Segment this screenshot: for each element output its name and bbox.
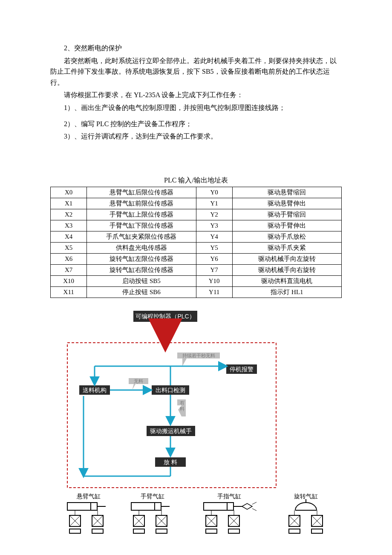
table-row: X11停止按钮 SB6Y11指示灯 HL1: [51, 286, 342, 298]
plc-box-label: 可编程控制器（PLC）: [135, 313, 195, 320]
table-row: X0悬臂气缸后限位传感器Y0驱动悬臂缩回: [51, 187, 342, 198]
timeout-note: 持续若干秒无料: [182, 353, 215, 358]
body-para: 1）、画出生产设备的电气控制原理图，并按照电气控制原理图连接线路；: [50, 102, 342, 113]
svg-rect-60: [206, 529, 217, 533]
table-row: X1悬臂气缸前限位传感器Y1驱动悬臂伸出: [51, 198, 342, 209]
detect-box-label: 出料口检测: [156, 387, 185, 393]
arm-cyl-label: 手臂气缸: [141, 493, 164, 500]
rotate-cyl-label: 旋转气缸: [294, 493, 318, 500]
body-para: 3）、运行并调试程序，达到生产设备的工作要求。: [50, 131, 342, 142]
table-row: X7旋转气缸右限位传感器Y7驱动机械手向右旋转: [51, 264, 342, 275]
table-row: X5供料盘光电传感器Y5驱动手爪夹紧: [51, 242, 342, 253]
arm-cyl-icon: [131, 503, 170, 533]
table-row: X6旋转气缸左限位传感器Y6驱动机械手向左旋转: [51, 253, 342, 264]
feed-box-label: 送料机构: [83, 387, 107, 393]
body-para: 2、突然断电的保护: [50, 43, 342, 54]
table-title: PLC 输入/输出地址表: [50, 176, 342, 185]
body-para: 请你根据工作要求，在 YL-235A 设备上完成下列工作任务：: [50, 90, 342, 101]
svg-rect-45: [133, 529, 144, 533]
table-row: X4手爪气缸夹紧限位传感器Y4驱动手爪放松: [51, 231, 342, 242]
hasmat-note-2: 料: [180, 406, 184, 411]
svg-line-51: [252, 509, 257, 511]
boom-cyl-label: 悬臂气缸: [76, 493, 101, 500]
rotate-cyl-icon: [289, 499, 323, 533]
hasmat-note-1: 有: [180, 400, 184, 405]
place-label: 放 料: [164, 459, 177, 465]
svg-rect-72: [289, 529, 300, 533]
svg-rect-21: [67, 503, 97, 510]
io-address-table: X0悬臂气缸后限位传感器Y0驱动悬臂缩回X1悬臂气缸前限位传感器Y1驱动悬臂伸出…: [50, 187, 342, 298]
boom-cyl-icon: [67, 503, 106, 533]
body-para: 若突然断电，此时系统运行立即全部停止。若此时机械手夹着工件，则要保持夹持状态，以…: [50, 55, 342, 88]
svg-rect-32: [69, 529, 81, 533]
svg-rect-33: [92, 529, 103, 533]
svg-rect-46: [156, 529, 167, 533]
nomat-note: 无料: [134, 379, 143, 384]
svg-line-50: [252, 502, 257, 504]
finger-cyl-icon: [204, 502, 257, 533]
finger-cyl-label: 手指气缸: [217, 493, 241, 500]
table-row: X3手臂气缸下限位传感器Y3驱动手臂伸出: [51, 220, 342, 231]
process-diagram: 可编程控制器（PLC） 停机报警 持续若干秒无料 送料机构 出料口检测: [50, 311, 342, 541]
table-row: X2手臂气缸上限位传感器Y2驱动手臂缩回: [51, 209, 342, 220]
drive-arm-label: 驱动搬运机械手: [150, 428, 192, 434]
svg-rect-47: [204, 503, 233, 510]
svg-rect-61: [228, 529, 239, 533]
body-para: 2）、编写 PLC 控制的生产设备工作程序；: [50, 119, 342, 130]
alarm-box-label: 停机报警: [230, 366, 254, 373]
table-row: X10启动按钮 SB5Y10驱动供料直流电机: [51, 275, 342, 286]
svg-rect-34: [131, 503, 161, 510]
svg-rect-73: [311, 529, 323, 533]
